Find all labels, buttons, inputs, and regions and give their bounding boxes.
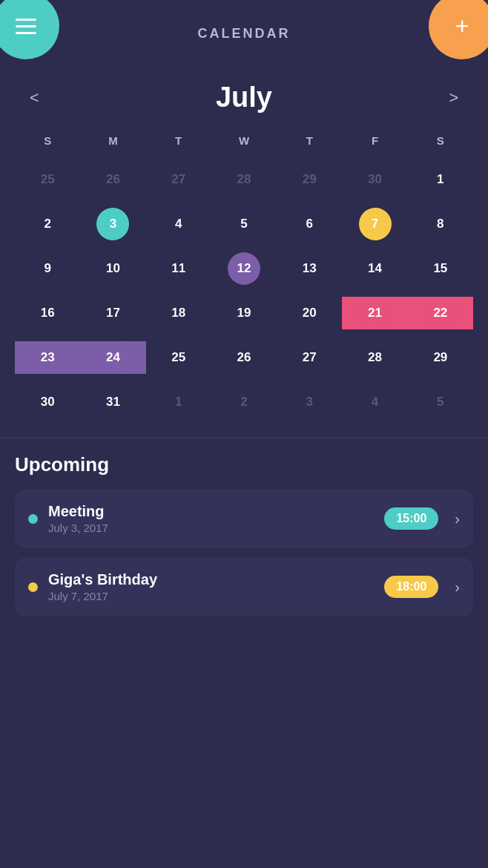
day-number: 4 xyxy=(359,386,392,418)
weekday-label: S xyxy=(15,128,80,153)
day-cell[interactable]: 11 xyxy=(146,248,211,289)
day-cell[interactable]: 16 xyxy=(15,292,80,334)
day-cell[interactable]: 2 xyxy=(15,203,80,245)
calendar-grid: SMTWTFS 25262728293012345678910111213141… xyxy=(0,128,488,423)
event-name: Meeting xyxy=(48,503,374,520)
menu-icon-line1 xyxy=(16,19,36,21)
day-number: 5 xyxy=(424,386,457,418)
day-cell[interactable]: 27 xyxy=(146,159,211,200)
prev-month-button[interactable]: < xyxy=(22,85,47,111)
day-number: 31 xyxy=(96,386,129,418)
day-cell[interactable]: 25 xyxy=(146,337,211,378)
day-cell[interactable]: 9 xyxy=(15,248,80,289)
day-cell[interactable]: 6 xyxy=(277,203,342,245)
day-cell[interactable]: 18 xyxy=(146,292,211,334)
day-number: 6 xyxy=(293,208,326,240)
day-number: 11 xyxy=(162,252,195,285)
event-date: July 7, 2017 xyxy=(48,590,374,602)
day-cell[interactable]: 3 xyxy=(277,381,342,423)
day-number: 18 xyxy=(162,297,195,329)
add-button[interactable]: + xyxy=(429,0,488,59)
day-cell[interactable]: 5 xyxy=(211,203,277,245)
event-dot xyxy=(28,514,38,524)
weekday-label: M xyxy=(80,128,145,153)
next-month-button[interactable]: > xyxy=(441,85,466,111)
day-number: 28 xyxy=(228,163,260,196)
weekday-headers: SMTWTFS xyxy=(15,128,473,153)
day-cell[interactable]: 4 xyxy=(342,381,407,423)
day-cell[interactable]: 19 xyxy=(211,292,277,334)
day-number: 3 xyxy=(293,386,326,418)
day-cell[interactable]: 28 xyxy=(342,337,407,378)
day-number: 30 xyxy=(31,386,64,418)
day-number: 28 xyxy=(359,341,392,374)
day-number: 22 xyxy=(424,297,457,329)
day-number: 30 xyxy=(359,163,392,196)
day-cell[interactable]: 4 xyxy=(146,203,211,245)
day-number: 10 xyxy=(96,252,129,285)
event-name: Giga's Birthday xyxy=(48,571,374,588)
weekday-label: W xyxy=(211,128,277,153)
day-cell[interactable]: 8 xyxy=(408,203,473,245)
day-cell[interactable]: 12 xyxy=(211,248,277,289)
day-cell[interactable]: 26 xyxy=(211,337,277,378)
menu-icon-line3 xyxy=(16,32,36,34)
weekday-label: T xyxy=(277,128,342,153)
event-arrow-icon[interactable]: › xyxy=(455,579,460,596)
day-cell[interactable]: 10 xyxy=(80,248,145,289)
day-cell[interactable]: 1 xyxy=(146,381,211,423)
day-number: 2 xyxy=(31,208,64,240)
day-number: 14 xyxy=(359,252,392,285)
day-number: 29 xyxy=(424,341,457,374)
day-cell[interactable]: 2 xyxy=(211,381,277,423)
day-cell[interactable]: 29 xyxy=(408,337,473,378)
day-cell[interactable]: 31 xyxy=(80,381,145,423)
day-cell[interactable]: 14 xyxy=(342,248,407,289)
day-cell[interactable]: 30 xyxy=(15,381,80,423)
day-cell[interactable]: 28 xyxy=(211,159,277,200)
day-cell[interactable]: 24 xyxy=(80,337,145,378)
day-number: 24 xyxy=(96,341,129,374)
day-number: 5 xyxy=(228,208,260,240)
header: CALENDAR + xyxy=(0,0,488,74)
event-card[interactable]: MeetingJuly 3, 201715:00› xyxy=(15,490,473,548)
day-cell[interactable]: 1 xyxy=(408,159,473,200)
day-number: 25 xyxy=(162,341,195,374)
plus-icon: + xyxy=(455,13,469,40)
month-navigation: < July > xyxy=(0,74,488,128)
day-cell[interactable]: 29 xyxy=(277,159,342,200)
day-number: 21 xyxy=(359,297,392,329)
menu-button[interactable] xyxy=(0,0,59,59)
day-number: 15 xyxy=(424,252,457,285)
day-cell[interactable]: 5 xyxy=(408,381,473,423)
day-cell[interactable]: 15 xyxy=(408,248,473,289)
event-date: July 3, 2017 xyxy=(48,522,374,534)
day-cell[interactable]: 13 xyxy=(277,248,342,289)
day-cell[interactable]: 25 xyxy=(15,159,80,200)
day-cell[interactable]: 27 xyxy=(277,337,342,378)
day-cell[interactable]: 7 xyxy=(342,203,407,245)
day-number: 16 xyxy=(31,297,64,329)
day-cell[interactable]: 3 xyxy=(80,203,145,245)
event-card[interactable]: Giga's BirthdayJuly 7, 201718:00› xyxy=(15,558,473,616)
day-number: 1 xyxy=(162,386,195,418)
day-number: 27 xyxy=(162,163,195,196)
day-number: 29 xyxy=(293,163,326,196)
day-cell[interactable]: 17 xyxy=(80,292,145,334)
day-number: 23 xyxy=(31,341,64,374)
day-number: 8 xyxy=(424,208,457,240)
day-number: 4 xyxy=(162,208,195,240)
day-number: 20 xyxy=(293,297,326,329)
day-cell[interactable]: 20 xyxy=(277,292,342,334)
day-number: 17 xyxy=(96,297,129,329)
day-cell[interactable]: 30 xyxy=(342,159,407,200)
day-number: 2 xyxy=(228,386,260,418)
event-arrow-icon[interactable]: › xyxy=(455,510,460,527)
upcoming-title: Upcoming xyxy=(15,453,473,476)
day-number: 27 xyxy=(293,341,326,374)
event-dot xyxy=(28,582,38,592)
day-cell[interactable]: 22 xyxy=(408,292,473,334)
day-cell[interactable]: 26 xyxy=(80,159,145,200)
day-number: 26 xyxy=(96,163,129,196)
day-number: 7 xyxy=(359,208,392,240)
